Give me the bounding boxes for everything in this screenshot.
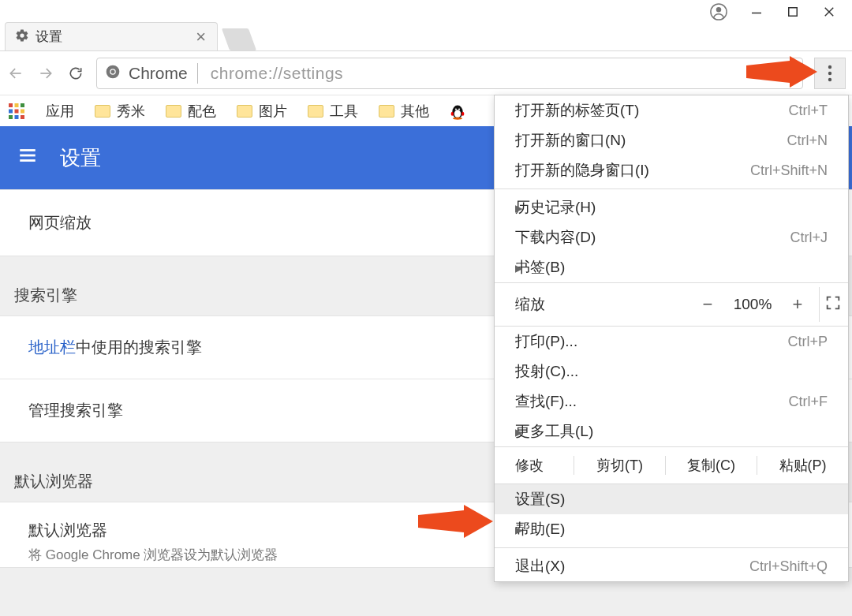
- svg-point-22: [454, 110, 461, 118]
- url-host: Chrome: [129, 64, 188, 83]
- zoom-value: 100%: [724, 296, 781, 313]
- menu-downloads[interactable]: 下载内容(D)Ctrl+J: [495, 222, 848, 252]
- page-zoom-label: 网页缩放: [28, 214, 92, 231]
- svg-rect-19: [15, 115, 19, 119]
- tab-close-icon[interactable]: ×: [196, 28, 206, 46]
- bookmark-label: 图片: [259, 102, 287, 121]
- svg-point-27: [462, 111, 464, 115]
- bookmarks-apps-label[interactable]: 应用: [46, 102, 74, 121]
- zoom-label: 缩放: [515, 294, 545, 315]
- new-tab-button[interactable]: [222, 28, 256, 50]
- toolbar: Chrome chrome://settings: [0, 50, 852, 95]
- svg-rect-14: [21, 103, 24, 107]
- menu-exit[interactable]: 退出(X)Ctrl+Shift+Q: [495, 551, 848, 581]
- nav-back-icon[interactable]: [6, 64, 25, 83]
- tab-strip: 设置 ×: [0, 21, 852, 50]
- address-bar-link[interactable]: 地址栏: [28, 338, 76, 356]
- folder-icon: [237, 105, 252, 118]
- hamburger-icon[interactable]: [17, 145, 38, 171]
- bookmark-item[interactable]: 工具: [308, 102, 358, 121]
- svg-point-10: [828, 71, 831, 74]
- menu-edit-row: 修改 剪切(T) 复制(C) 粘贴(P): [495, 446, 848, 484]
- menu-settings[interactable]: 设置(S): [495, 484, 848, 514]
- zoom-in-button[interactable]: +: [781, 294, 814, 315]
- menu-cast[interactable]: 投射(C)...: [495, 357, 848, 386]
- bookmark-label: 工具: [330, 102, 358, 121]
- svg-rect-15: [9, 109, 13, 113]
- url-separator: [197, 63, 198, 84]
- bookmark-label: 秀米: [117, 102, 145, 121]
- svg-point-9: [828, 65, 831, 68]
- svg-rect-20: [21, 115, 24, 119]
- fullscreen-icon[interactable]: [824, 294, 842, 315]
- chrome-logo-icon: [105, 64, 121, 82]
- menu-paste[interactable]: 粘贴(P): [757, 456, 848, 475]
- menu-find[interactable]: 查找(F)...Ctrl+F: [495, 386, 848, 416]
- bookmark-item[interactable]: 秀米: [95, 102, 145, 121]
- folder-icon: [308, 105, 323, 118]
- folder-icon: [379, 105, 394, 118]
- zoom-out-button[interactable]: −: [691, 294, 724, 315]
- gear-icon: [15, 28, 29, 45]
- menu-copy[interactable]: 复制(C): [665, 456, 757, 475]
- chrome-menu: 打开新的标签页(T)Ctrl+T 打开新的窗口(N)Ctrl+N 打开新的隐身窗…: [494, 95, 849, 582]
- manage-engines-label: 管理搜索引擎: [28, 401, 123, 419]
- settings-title: 设置: [60, 144, 101, 172]
- chrome-menu-button[interactable]: [814, 58, 846, 89]
- nav-forward-icon[interactable]: [36, 64, 55, 83]
- svg-point-11: [828, 77, 831, 80]
- address-bar-suffix: 中使用的搜索引擎: [76, 338, 202, 356]
- svg-point-1: [716, 7, 721, 12]
- svg-rect-12: [9, 103, 13, 107]
- svg-point-24: [458, 108, 460, 110]
- menu-history[interactable]: 历史记录(H)▸: [495, 192, 848, 222]
- bookmark-item[interactable]: 其他: [379, 102, 429, 121]
- url-path: chrome://settings: [211, 64, 343, 83]
- folder-icon: [166, 105, 181, 118]
- maximize-icon[interactable]: [786, 5, 800, 21]
- apps-icon[interactable]: [8, 103, 25, 120]
- close-icon[interactable]: [822, 5, 836, 21]
- svg-rect-3: [789, 7, 798, 16]
- svg-rect-17: [21, 109, 24, 113]
- menu-more-tools[interactable]: 更多工具(L)▸: [495, 416, 848, 446]
- bookmark-label: 其他: [401, 102, 429, 121]
- menu-bookmarks[interactable]: 书签(B)▸: [495, 252, 848, 282]
- minimize-icon[interactable]: [749, 5, 764, 21]
- edit-label: 修改: [495, 456, 574, 475]
- tab-title: 设置: [36, 28, 62, 46]
- menu-new-tab[interactable]: 打开新的标签页(T)Ctrl+T: [495, 95, 848, 125]
- svg-rect-13: [15, 103, 19, 107]
- profile-icon[interactable]: [710, 3, 727, 23]
- svg-rect-16: [15, 109, 19, 113]
- svg-rect-18: [9, 115, 13, 119]
- bookmark-qq-icon[interactable]: [450, 103, 465, 120]
- menu-print[interactable]: 打印(P)...Ctrl+P: [495, 327, 848, 357]
- menu-new-window[interactable]: 打开新的窗口(N)Ctrl+N: [495, 125, 848, 155]
- bookmark-label: 配色: [188, 102, 216, 121]
- svg-point-8: [111, 70, 115, 74]
- tab-settings[interactable]: 设置 ×: [5, 22, 218, 50]
- url-bar[interactable]: Chrome chrome://settings: [96, 58, 803, 89]
- svg-point-23: [455, 108, 457, 110]
- svg-point-25: [453, 117, 462, 119]
- menu-zoom-row: 缩放 − 100% +: [495, 282, 848, 327]
- menu-help[interactable]: 帮助(E)▸: [495, 514, 848, 544]
- bookmark-item[interactable]: 图片: [237, 102, 287, 121]
- reload-icon[interactable]: [66, 64, 85, 83]
- svg-point-26: [451, 111, 454, 115]
- bookmark-item[interactable]: 配色: [166, 102, 216, 121]
- menu-incognito[interactable]: 打开新的隐身窗口(I)Ctrl+Shift+N: [495, 155, 848, 185]
- menu-cut[interactable]: 剪切(T): [574, 456, 665, 475]
- folder-icon: [95, 105, 110, 118]
